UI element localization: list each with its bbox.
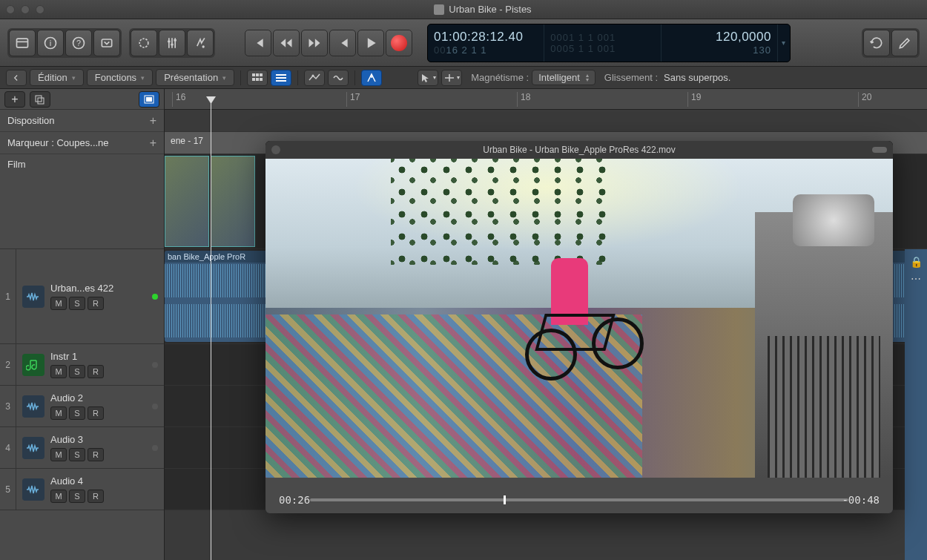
magnetisme-select[interactable]: Intelligent▴▾: [532, 70, 596, 85]
record-enable-button[interactable]: R: [88, 365, 104, 378]
fonctions-menu[interactable]: Fonctions▾: [87, 69, 153, 86]
video-time-elapsed: 00:26: [279, 494, 310, 506]
track-status-dot: [152, 362, 158, 368]
video-frame: 00:26 -00:48: [265, 159, 893, 513]
video-preview-window[interactable]: Urban Bike - Urban Bike_Apple ProRes 422…: [265, 141, 893, 513]
svg-rect-22: [276, 77, 286, 79]
toolbar-button[interactable]: [93, 30, 120, 56]
lcd-dropdown[interactable]: ▾: [778, 24, 790, 62]
close-window-button[interactable]: [6, 5, 15, 14]
tracks-sub-toolbar: Édition▾ Fonctions▾ Présentation▾ ▾ ▾ Ma…: [0, 67, 927, 89]
window-title: Urban Bike - Pistes: [44, 4, 921, 15]
track-status-dot: [152, 294, 158, 300]
video-titlebar[interactable]: Urban Bike - Urban Bike_Apple ProRes 422…: [265, 141, 893, 159]
catch-button[interactable]: [361, 70, 382, 86]
svg-rect-30: [146, 97, 152, 102]
mute-button[interactable]: M: [50, 490, 67, 503]
solo-button[interactable]: S: [69, 406, 85, 420]
edit-tool-button[interactable]: [891, 30, 918, 56]
marker-row[interactable]: Marqueur : Coupes...ne+: [0, 132, 164, 154]
arrangement-lane[interactable]: [165, 110, 927, 132]
zoom-window-button[interactable]: [36, 5, 44, 14]
inspector-button[interactable]: i: [37, 30, 64, 56]
svg-point-24: [312, 74, 314, 76]
panel-buttons-group: i ?: [7, 28, 122, 58]
film-row[interactable]: Film: [0, 154, 164, 249]
disposition-row[interactable]: Disposition+: [0, 110, 164, 132]
mute-button[interactable]: M: [50, 365, 67, 378]
flex-button[interactable]: [328, 70, 349, 86]
record-enable-button[interactable]: R: [88, 406, 104, 420]
pointer-tool[interactable]: ▾: [418, 70, 438, 86]
track-row-5[interactable]: 5 Audio 4 MSR: [0, 469, 164, 510]
back-arrow-button[interactable]: [6, 70, 27, 86]
audio-track-icon: [22, 437, 44, 459]
play-button[interactable]: [357, 30, 384, 56]
audio-track-icon: [22, 395, 44, 418]
solo-button[interactable]: S: [69, 297, 85, 310]
close-video-button[interactable]: [271, 145, 280, 154]
svg-rect-19: [256, 78, 259, 81]
svg-point-7: [139, 39, 148, 47]
forward-button[interactable]: [301, 30, 328, 56]
mute-button[interactable]: M: [50, 448, 67, 461]
main-toolbar: i ? 01:00:28:12.40 0016 2 1 1 0001 1 1 0…: [0, 19, 927, 67]
lock-icon[interactable]: 🔒: [910, 256, 923, 268]
presentation-menu[interactable]: Présentation▾: [156, 69, 234, 86]
svg-rect-0: [17, 39, 28, 47]
record-button[interactable]: [386, 30, 412, 56]
video-thumbnail: [165, 156, 209, 247]
document-icon: [434, 4, 444, 15]
editors-button[interactable]: [187, 30, 214, 56]
add-marker-icon[interactable]: +: [150, 136, 156, 150]
add-arrangement-icon[interactable]: +: [150, 114, 156, 128]
cycle-button[interactable]: [863, 30, 890, 56]
video-resize-handle[interactable]: [872, 147, 887, 153]
smart-controls-button[interactable]: [131, 30, 157, 56]
video-time-remaining: -00:48: [842, 494, 880, 506]
track-row-4[interactable]: 4 Audio 3 MSR: [0, 427, 164, 469]
instrument-track-icon: [22, 354, 44, 376]
minimize-window-button[interactable]: [21, 5, 30, 14]
edition-menu[interactable]: Édition▾: [30, 69, 84, 86]
mute-button[interactable]: M: [50, 297, 67, 310]
svg-rect-13: [174, 39, 177, 42]
svg-point-14: [202, 45, 205, 47]
track-status-dot: [152, 403, 158, 409]
automation-button[interactable]: [304, 70, 325, 86]
solo-button[interactable]: S: [69, 365, 85, 378]
svg-rect-27: [36, 96, 42, 102]
go-to-prev-button[interactable]: [329, 30, 356, 56]
playhead[interactable]: [211, 102, 211, 560]
list-view-button[interactable]: [271, 70, 291, 86]
audio-track-icon: [22, 286, 44, 308]
rewind-button[interactable]: [273, 30, 300, 56]
global-tracks-button[interactable]: [139, 91, 159, 108]
help-button[interactable]: ?: [65, 30, 92, 56]
video-scrubber[interactable]: [310, 498, 848, 501]
track-row-2[interactable]: 2 Instr 1 MSR: [0, 344, 164, 386]
svg-rect-17: [260, 73, 263, 76]
solo-button[interactable]: S: [69, 448, 85, 461]
track-row-3[interactable]: 3 Audio 2 MSR: [0, 386, 164, 427]
mixer-button[interactable]: [159, 30, 185, 56]
marquee-tool[interactable]: ▾: [441, 70, 462, 86]
go-to-start-button[interactable]: [245, 30, 271, 56]
grid-view-button[interactable]: [247, 70, 268, 86]
lcd-display[interactable]: 01:00:28:12.40 0016 2 1 1 0001 1 1 001 0…: [427, 24, 791, 62]
track-row-1[interactable]: 1 Urban...es 422 M S R: [0, 249, 164, 344]
library-button[interactable]: [9, 30, 36, 56]
add-track-button[interactable]: +: [4, 91, 25, 108]
svg-rect-16: [256, 73, 259, 76]
solo-button[interactable]: S: [69, 490, 85, 503]
more-icon[interactable]: ⋯: [911, 273, 923, 285]
svg-rect-12: [171, 43, 173, 45]
svg-text:?: ?: [76, 39, 81, 47]
duplicate-track-button[interactable]: [30, 91, 50, 108]
window-titlebar: Urban Bike - Pistes: [0, 0, 927, 19]
record-enable-button[interactable]: R: [88, 448, 104, 461]
record-enable-button[interactable]: R: [88, 490, 104, 503]
record-enable-button[interactable]: R: [88, 297, 104, 310]
mute-button[interactable]: M: [50, 406, 67, 420]
timeline-ruler[interactable]: 16 17 18 19 20: [165, 89, 927, 110]
